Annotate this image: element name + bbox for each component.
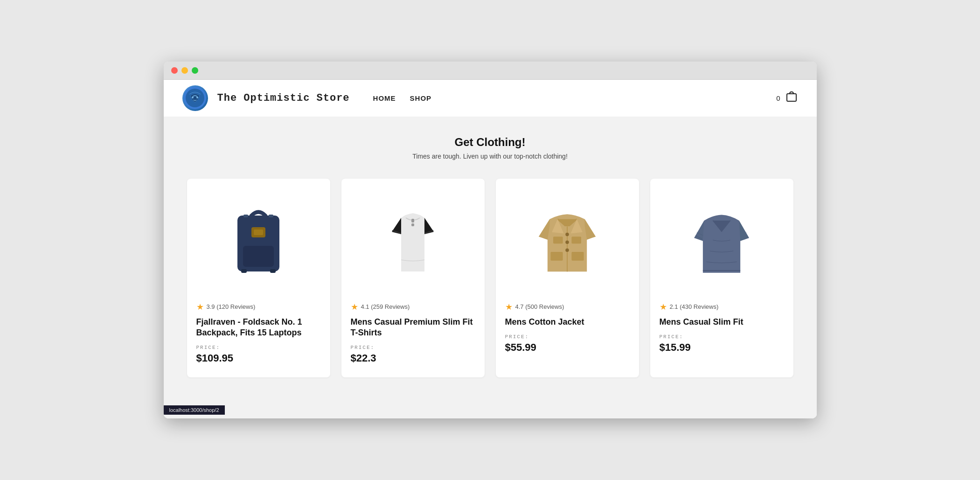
product-rating-2: ★ 4.1 (259 Reviews) [351, 302, 475, 312]
svg-point-18 [565, 249, 569, 252]
statusbar-area: localhost:3000/shop/2 [164, 405, 817, 418]
product-card-3[interactable]: ★ 4.7 (500 Reviews) Mens Cotton Jacket P… [496, 179, 639, 378]
product-image-jacket [505, 190, 630, 292]
star-icon-2: ★ [351, 302, 358, 312]
products-grid: ★ 3.9 (120 Reviews) Fjallraven - Foldsac… [187, 179, 793, 378]
price-label-4: PRICE: [660, 334, 784, 340]
product-image-tshirt [351, 190, 475, 292]
maximize-button[interactable] [192, 67, 198, 74]
product-rating-4: ★ 2.1 (430 Reviews) [660, 302, 784, 312]
nav-home[interactable]: HOME [373, 94, 396, 102]
svg-rect-19 [553, 237, 563, 243]
logo-svg [183, 86, 207, 110]
section-title: Get Clothing! [187, 136, 793, 149]
price-label-2: PRICE: [351, 345, 475, 350]
svg-rect-10 [270, 269, 276, 273]
product-name-4: Mens Casual Slim Fit [660, 317, 784, 327]
rating-text-3: 4.7 (500 Reviews) [515, 303, 564, 310]
rating-text-4: 2.1 (430 Reviews) [670, 303, 719, 310]
svg-rect-12 [269, 215, 273, 217]
nav-links: HOME SHOP [373, 94, 432, 102]
price-value-4: $15.99 [660, 341, 784, 354]
star-icon-1: ★ [196, 302, 204, 312]
navbar-left: The Optimistic Store HOME SHOP [182, 85, 432, 111]
price-label-3: PRICE: [505, 334, 630, 340]
svg-point-17 [565, 241, 569, 244]
price-label-1: PRICE: [196, 345, 321, 350]
nav-shop[interactable]: SHOP [410, 94, 432, 102]
star-icon-3: ★ [505, 302, 513, 312]
product-name-1: Fjallraven - Foldsack No. 1 Backpack, Fi… [196, 317, 321, 339]
product-rating-1: ★ 3.9 (120 Reviews) [196, 302, 321, 312]
star-icon-4: ★ [660, 302, 667, 312]
store-logo[interactable] [182, 85, 208, 111]
product-name-3: Mens Cotton Jacket [505, 317, 630, 327]
product-image-backpack [196, 190, 321, 292]
svg-rect-14 [411, 223, 414, 226]
main-content: Get Clothing! Times are tough. Liven up … [164, 117, 817, 406]
svg-rect-4 [787, 94, 796, 101]
rating-text-1: 3.9 (120 Reviews) [207, 303, 256, 310]
close-button[interactable] [171, 67, 178, 74]
cart-icon[interactable] [785, 90, 798, 106]
product-card-1[interactable]: ★ 3.9 (120 Reviews) Fjallraven - Foldsac… [187, 179, 330, 378]
product-card-2[interactable]: ★ 4.1 (259 Reviews) Mens Casual Premium … [341, 179, 485, 378]
svg-rect-6 [243, 246, 274, 267]
browser-content: The Optimistic Store HOME SHOP 0 Get Clo… [164, 80, 817, 419]
price-value-2: $22.3 [351, 352, 475, 364]
product-rating-3: ★ 4.7 (500 Reviews) [505, 302, 630, 312]
navbar: The Optimistic Store HOME SHOP 0 [164, 80, 817, 117]
store-name: The Optimistic Store [217, 92, 350, 104]
price-value-3: $55.99 [505, 341, 630, 354]
status-bar: localhost:3000/shop/2 [164, 405, 225, 415]
minimize-button[interactable] [181, 67, 188, 74]
section-subtitle: Times are tough. Liven up with our top-n… [187, 153, 793, 160]
svg-point-3 [196, 97, 198, 98]
svg-rect-20 [571, 237, 581, 243]
navbar-right: 0 [776, 90, 798, 106]
product-name-2: Mens Casual Premium Slim Fit T-Shirts [351, 317, 475, 339]
svg-rect-21 [550, 252, 563, 261]
cart-count: 0 [776, 94, 780, 102]
price-value-1: $109.95 [196, 352, 321, 364]
svg-point-2 [192, 97, 194, 98]
svg-rect-13 [411, 219, 414, 223]
browser-window: The Optimistic Store HOME SHOP 0 Get Clo… [164, 62, 817, 419]
svg-rect-9 [241, 269, 247, 273]
rating-text-2: 4.1 (259 Reviews) [361, 303, 410, 310]
product-image-sweater [660, 190, 784, 292]
browser-titlebar [164, 62, 817, 80]
svg-rect-11 [243, 215, 248, 217]
svg-rect-22 [571, 252, 584, 261]
svg-point-16 [565, 233, 569, 237]
svg-rect-8 [254, 230, 263, 235]
product-card-4[interactable]: ★ 2.1 (430 Reviews) Mens Casual Slim Fit… [650, 179, 793, 378]
